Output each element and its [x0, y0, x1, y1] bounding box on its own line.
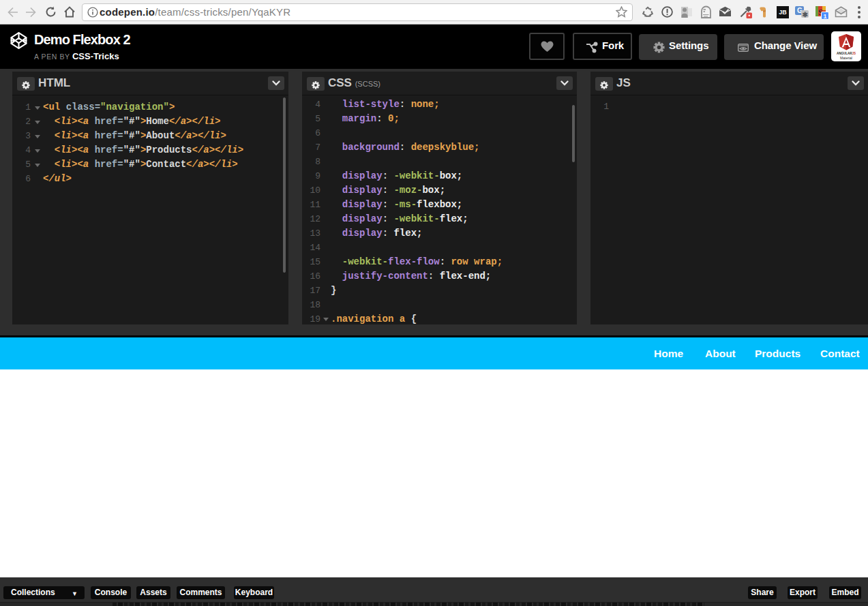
svg-text:✱: ✱ [803, 11, 809, 18]
svg-text:1: 1 [824, 13, 827, 20]
